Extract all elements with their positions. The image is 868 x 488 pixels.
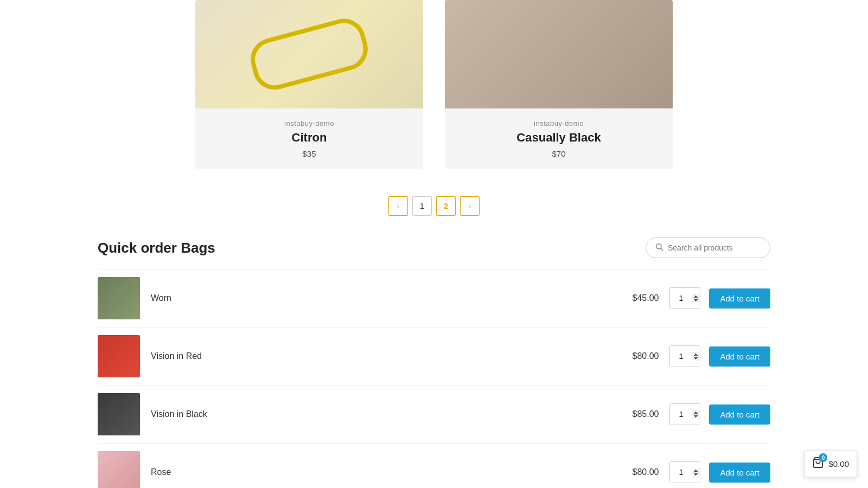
add-to-cart-button-worn[interactable]: Add to cart — [709, 288, 770, 309]
cart-icon-wrapper: 0 — [812, 457, 824, 471]
product-name-worn: Worn — [140, 293, 615, 303]
quantity-stepper-rose[interactable] — [669, 461, 700, 483]
product-image-rose — [98, 451, 140, 488]
quantity-stepper-vision-black[interactable] — [669, 403, 700, 425]
product-price-worn: $45.00 — [615, 293, 659, 303]
product-price-rose: $80.00 — [615, 467, 659, 477]
table-row: Vision in Red $80.00 Add to cart — [98, 328, 770, 386]
cart-total: $0.00 — [828, 459, 849, 468]
card-name-casually-black: Casually Black — [456, 131, 662, 145]
product-card-image-casually-black — [445, 0, 673, 108]
card-price-citron: $35 — [206, 149, 412, 158]
card-store-casually-black: instabuy-demo — [456, 119, 662, 127]
product-price-vision-red: $80.00 — [615, 351, 659, 361]
product-price-vision-black: $85.00 — [615, 409, 659, 419]
product-image-worn — [98, 277, 140, 319]
table-row: Worn $45.00 Add to cart — [98, 269, 770, 328]
product-name-vision-black: Vision in Black — [140, 409, 615, 419]
card-store-citron: instabuy-demo — [206, 119, 412, 127]
quick-order-title: Quick order Bags — [98, 240, 215, 256]
top-products-section: instabuy-demo Citron $35 instabuy-demo C… — [0, 0, 868, 185]
product-name-vision-red: Vision in Red — [140, 351, 615, 361]
quick-order-header: Quick order Bags — [98, 237, 770, 258]
add-to-cart-button-vision-red[interactable]: Add to cart — [709, 346, 770, 367]
quantity-input-vision-black[interactable] — [670, 404, 700, 425]
quick-order-section: Quick order Bags Worn $45.00 Add to cart — [0, 237, 868, 488]
svg-line-1 — [661, 248, 663, 251]
table-row: Vision in Black $85.00 Add to cart — [98, 386, 770, 444]
product-name-rose: Rose — [140, 467, 615, 477]
quantity-input-vision-red[interactable] — [670, 346, 700, 367]
card-info-citron: instabuy-demo Citron $35 — [195, 108, 423, 169]
card-price-casually-black: $70 — [456, 149, 662, 158]
search-input[interactable] — [668, 243, 761, 252]
card-name-citron: Citron — [206, 131, 412, 145]
card-info-casually-black: instabuy-demo Casually Black $70 — [445, 108, 673, 169]
cart-widget[interactable]: 0 $0.00 — [804, 451, 857, 477]
quantity-input-rose[interactable] — [670, 462, 700, 483]
quantity-stepper-vision-red[interactable] — [669, 345, 700, 367]
next-page-button[interactable]: › — [460, 196, 480, 216]
page-1-button[interactable]: 1 — [412, 196, 432, 216]
search-icon — [655, 242, 663, 253]
product-rows: Worn $45.00 Add to cart Vision in Red $8… — [98, 269, 770, 488]
table-row: Rose $80.00 Add to cart — [98, 444, 770, 488]
quantity-stepper-worn[interactable] — [669, 287, 700, 309]
pagination: ‹ 1 2 › — [0, 185, 868, 237]
page-2-button[interactable]: 2 — [436, 196, 456, 216]
quantity-input-worn[interactable] — [670, 288, 700, 309]
product-image-vision-red — [98, 335, 140, 377]
product-card-image-citron — [195, 0, 423, 108]
cart-badge: 0 — [819, 453, 827, 462]
search-box[interactable] — [646, 237, 770, 258]
product-card-casually-black[interactable]: instabuy-demo Casually Black $70 — [445, 0, 673, 169]
prev-page-button[interactable]: ‹ — [388, 196, 408, 216]
add-to-cart-button-rose[interactable]: Add to cart — [709, 463, 770, 483]
add-to-cart-button-vision-black[interactable]: Add to cart — [709, 404, 770, 425]
product-card-citron[interactable]: instabuy-demo Citron $35 — [195, 0, 423, 169]
product-image-vision-black — [98, 393, 140, 435]
